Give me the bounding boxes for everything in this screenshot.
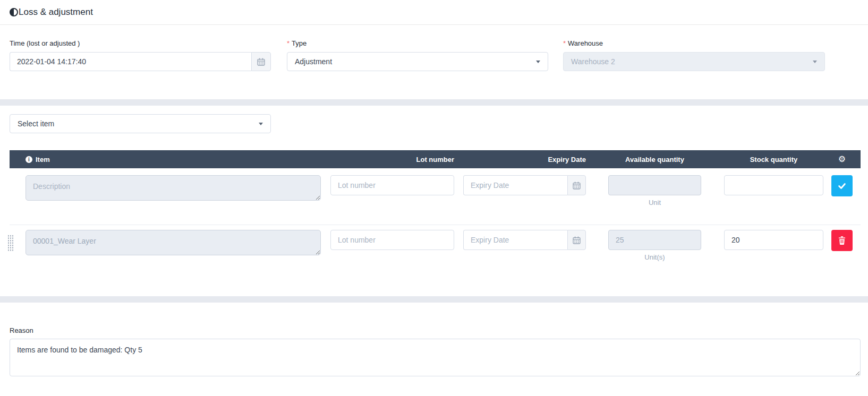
- item-textarea: 00001_Wear Layer: [25, 230, 321, 255]
- page-title: Loss & adjustment: [19, 7, 93, 18]
- time-label: Time (lost or adjusted ): [10, 39, 271, 47]
- cell-description: [10, 175, 321, 201]
- time-calendar-addon[interactable]: [251, 52, 271, 71]
- item-picker-section: Select item: [0, 106, 868, 133]
- info-icon: i: [25, 156, 32, 163]
- available-quantity-input: [608, 175, 701, 195]
- cell-stock-quantity: [724, 175, 823, 195]
- type-select-value: Adjustment: [295, 57, 332, 66]
- warehouse-label: * Warehouse: [563, 39, 825, 47]
- chevron-down-icon: [536, 61, 540, 63]
- warehouse-select-value: Warehouse 2: [571, 57, 615, 66]
- header-expiry-date: Expiry Date: [463, 156, 586, 163]
- required-asterisk: *: [287, 39, 290, 47]
- unit-label: Unit(s): [608, 253, 701, 261]
- reason-textarea[interactable]: Items are found to be damaged: Qty 5: [10, 339, 861, 376]
- drag-handle[interactable]: [7, 235, 14, 252]
- header-stock-quantity: Stock quantity: [724, 156, 823, 163]
- type-label: * Type: [287, 39, 548, 47]
- page-header: Loss & adjustment: [0, 0, 868, 25]
- warehouse-label-text: Warehouse: [568, 39, 603, 47]
- check-icon: [838, 182, 846, 190]
- expiry-date-input[interactable]: [463, 175, 567, 195]
- header-available-quantity: Available quantity: [608, 156, 701, 163]
- required-asterisk: *: [563, 39, 566, 47]
- lot-number-input[interactable]: [330, 175, 454, 195]
- expiry-calendar-addon[interactable]: [567, 230, 586, 250]
- cell-lot-number: [330, 230, 454, 250]
- available-quantity-input: [608, 230, 701, 250]
- section-divider-band: [0, 99, 868, 106]
- header-lot-number: Lot number: [330, 156, 454, 163]
- table-row-new: Unit: [10, 168, 861, 225]
- select-item-dropdown[interactable]: Select item: [10, 114, 271, 133]
- table-header-row: i Item Lot number Expiry Date Available …: [10, 150, 861, 168]
- chevron-down-icon: [259, 123, 263, 125]
- cell-available-quantity: Unit: [608, 175, 701, 206]
- calendar-icon: [573, 236, 581, 244]
- gear-icon[interactable]: ⚙︎: [838, 155, 846, 163]
- cell-stock-quantity: [724, 230, 823, 250]
- delete-row-button[interactable]: [831, 230, 853, 251]
- type-field-group: * Type Adjustment: [287, 39, 548, 71]
- chevron-down-icon: [813, 61, 817, 63]
- cell-lot-number: [330, 175, 454, 195]
- type-label-text: Type: [292, 39, 307, 47]
- time-field-group: Time (lost or adjusted ): [10, 39, 271, 71]
- items-table: i Item Lot number Expiry Date Available …: [10, 150, 861, 273]
- stock-quantity-input[interactable]: [724, 175, 823, 195]
- expiry-calendar-addon[interactable]: [567, 175, 586, 195]
- unit-label: Unit: [608, 199, 701, 206]
- time-input[interactable]: [10, 52, 251, 71]
- adjust-half-circle-icon: [10, 8, 18, 16]
- lot-number-input[interactable]: [330, 230, 454, 250]
- reason-label: Reason: [10, 326, 861, 334]
- cell-available-quantity: Unit(s): [608, 230, 701, 261]
- select-item-placeholder: Select item: [18, 119, 54, 128]
- stock-quantity-input[interactable]: [724, 230, 823, 250]
- calendar-icon: [257, 58, 265, 66]
- cell-expiry-date: [463, 175, 586, 195]
- table-row-item: 00001_Wear Layer: [10, 225, 861, 273]
- top-form: Time (lost or adjusted ): [0, 25, 868, 71]
- header-item: i Item: [10, 156, 321, 163]
- trash-icon: [838, 236, 846, 245]
- warehouse-select: Warehouse 2: [563, 52, 825, 71]
- confirm-row-button[interactable]: [831, 175, 853, 196]
- warehouse-field-group: * Warehouse Warehouse 2: [563, 39, 825, 71]
- cell-expiry-date: [463, 230, 586, 250]
- expiry-date-input[interactable]: [463, 230, 567, 250]
- header-item-label: Item: [36, 156, 50, 163]
- cell-item: 00001_Wear Layer: [10, 230, 321, 255]
- description-textarea: [25, 175, 321, 201]
- reason-section: Reason Items are found to be damaged: Qt…: [0, 303, 868, 378]
- type-select[interactable]: Adjustment: [287, 52, 548, 71]
- section-divider-band: [0, 296, 868, 303]
- calendar-icon: [573, 182, 581, 190]
